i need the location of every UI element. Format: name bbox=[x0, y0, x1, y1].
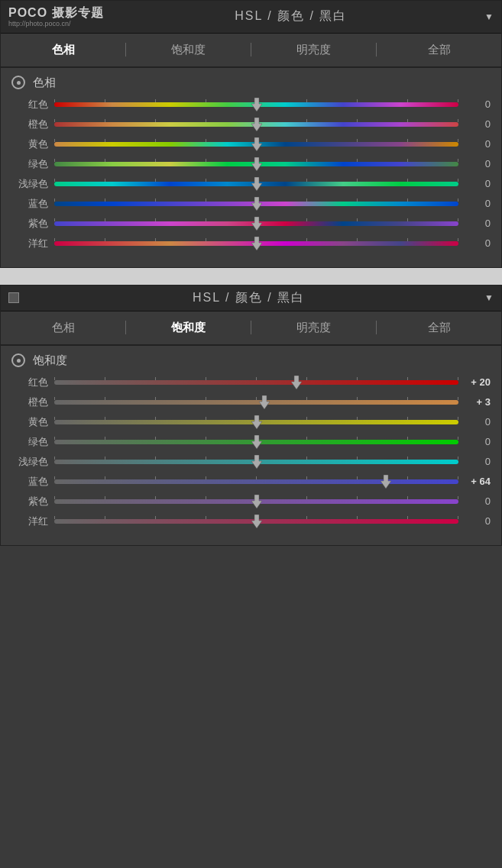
slider2-track-wrap-orange[interactable] bbox=[54, 395, 458, 409]
target2-icon[interactable] bbox=[11, 353, 25, 367]
slider2-thumb-yellow[interactable] bbox=[251, 415, 262, 429]
slider-label-orange: 橙色 bbox=[11, 118, 48, 131]
slider-track-wrap-yellow[interactable] bbox=[54, 137, 458, 151]
panel1-tab-row: 色相 饱和度 明亮度 全部 bbox=[1, 34, 501, 67]
slider-label-blue: 蓝色 bbox=[11, 197, 48, 211]
slider-thumb-aqua[interactable] bbox=[251, 177, 262, 191]
slider2-thumb-magenta[interactable] bbox=[251, 515, 262, 528]
slider-label-aqua: 浅绿色 bbox=[11, 177, 48, 191]
target-icon[interactable] bbox=[11, 76, 25, 89]
slider-label-green: 绿色 bbox=[11, 157, 48, 171]
tick-marks bbox=[54, 397, 458, 400]
slider-row-magenta: 洋红 0 bbox=[11, 237, 491, 250]
panel-hsl-saturation: HSL / 颜色 / 黑白 ▼ 色相 饱和度 明亮度 全部 饱和度 红色 bbox=[0, 285, 502, 546]
slider2-track-wrap-magenta[interactable] bbox=[54, 515, 458, 528]
svg-marker-5 bbox=[251, 197, 262, 211]
slider-track-wrap-blue[interactable] bbox=[54, 197, 458, 211]
title2-color: 颜色 bbox=[235, 291, 263, 304]
svg-marker-6 bbox=[251, 217, 262, 231]
slider2-row-blue: 蓝色 + 64 bbox=[11, 475, 491, 489]
panel1-title: HSL / 颜色 / 黑白 bbox=[104, 8, 479, 24]
section-title-hue: 色相 bbox=[33, 76, 56, 90]
slider2-label-aqua: 浅绿色 bbox=[11, 455, 48, 469]
slider-value-red: 0 bbox=[465, 98, 491, 110]
slider-thumb-purple[interactable] bbox=[251, 217, 262, 231]
slider-thumb-yellow[interactable] bbox=[251, 137, 262, 151]
slider-row-aqua: 浅绿色 0 bbox=[11, 177, 491, 191]
slider-value-magenta: 0 bbox=[465, 237, 491, 249]
slider-row-green: 绿色 0 bbox=[11, 157, 491, 171]
slider2-track-blue bbox=[54, 479, 458, 484]
slider2-track-wrap-purple[interactable] bbox=[54, 495, 458, 508]
slider2-track-wrap-blue[interactable] bbox=[54, 475, 458, 489]
svg-marker-11 bbox=[251, 435, 262, 449]
title-sep2: / bbox=[310, 9, 320, 22]
tab2-saturation[interactable]: 饱和度 bbox=[126, 318, 251, 338]
slider-track-wrap-green[interactable] bbox=[54, 157, 458, 171]
tab2-all[interactable]: 全部 bbox=[377, 318, 501, 338]
slider2-thumb-orange[interactable] bbox=[259, 395, 270, 409]
svg-marker-0 bbox=[251, 98, 262, 111]
slider-thumb-orange[interactable] bbox=[251, 118, 262, 131]
slider-label-red: 红色 bbox=[11, 98, 48, 111]
slider-thumb-blue[interactable] bbox=[251, 197, 262, 211]
slider-row-yellow: 黄色 0 bbox=[11, 137, 491, 151]
slider2-label-red: 红色 bbox=[11, 376, 48, 389]
slider-row-orange: 橙色 0 bbox=[11, 118, 491, 131]
slider-track-wrap-aqua[interactable] bbox=[54, 177, 458, 191]
tab-luminance[interactable]: 明亮度 bbox=[251, 40, 376, 60]
slider-thumb-magenta[interactable] bbox=[251, 237, 262, 250]
slider2-track-wrap-aqua[interactable] bbox=[54, 455, 458, 469]
dropdown-arrow-icon[interactable]: ▼ bbox=[484, 11, 494, 22]
tab-all[interactable]: 全部 bbox=[377, 40, 501, 60]
title-sep1: / bbox=[267, 9, 277, 22]
tab-hue[interactable]: 色相 bbox=[1, 40, 125, 60]
svg-marker-14 bbox=[251, 495, 262, 508]
slider2-value-magenta: 0 bbox=[465, 515, 491, 527]
tab2-hue[interactable]: 色相 bbox=[1, 318, 125, 338]
slider2-thumb-red[interactable] bbox=[291, 376, 302, 389]
slider2-value-yellow: 0 bbox=[465, 416, 491, 428]
tab-saturation[interactable]: 饱和度 bbox=[126, 40, 251, 60]
slider2-track-red bbox=[54, 380, 458, 385]
title-color: 颜色 bbox=[277, 9, 305, 22]
svg-marker-9 bbox=[259, 395, 270, 409]
slider2-label-blue: 蓝色 bbox=[11, 475, 48, 489]
logo-text: POCO 摄影专题 bbox=[8, 5, 104, 20]
slider2-value-green: 0 bbox=[465, 436, 491, 447]
slider-thumb-green[interactable] bbox=[251, 157, 262, 171]
svg-marker-15 bbox=[251, 515, 262, 528]
slider-value-aqua: 0 bbox=[465, 178, 491, 189]
slider2-thumb-green[interactable] bbox=[251, 435, 262, 449]
slider2-row-magenta: 洋红 0 bbox=[11, 515, 491, 528]
slider-row-blue: 蓝色 0 bbox=[11, 197, 491, 211]
slider2-row-yellow: 黄色 0 bbox=[11, 415, 491, 429]
slider2-thumb-aqua[interactable] bbox=[251, 455, 262, 469]
slider-thumb-red[interactable] bbox=[251, 98, 262, 111]
slider-track-wrap-magenta[interactable] bbox=[54, 237, 458, 250]
slider2-track-wrap-red[interactable] bbox=[54, 376, 458, 389]
slider2-track-orange bbox=[54, 400, 458, 405]
slider-value-blue: 0 bbox=[465, 198, 491, 209]
title2-sep1: / bbox=[225, 291, 235, 304]
slider2-thumb-blue[interactable] bbox=[381, 475, 391, 489]
svg-marker-4 bbox=[251, 177, 262, 191]
slider2-track-wrap-yellow[interactable] bbox=[54, 415, 458, 429]
slider2-thumb-purple[interactable] bbox=[251, 495, 262, 508]
svg-marker-10 bbox=[251, 415, 262, 429]
panel1-section-header: 色相 bbox=[1, 68, 501, 95]
slider2-track-wrap-green[interactable] bbox=[54, 435, 458, 449]
slider-track-wrap-red[interactable] bbox=[54, 98, 458, 111]
panel2-sliders: 红色 + 20 橙色 bbox=[1, 373, 501, 545]
dropdown-arrow2-icon[interactable]: ▼ bbox=[484, 292, 494, 303]
svg-marker-13 bbox=[381, 475, 391, 489]
slider2-label-purple: 紫色 bbox=[11, 495, 48, 508]
panel2-section-header: 饱和度 bbox=[1, 346, 501, 373]
tab2-luminance[interactable]: 明亮度 bbox=[251, 318, 376, 338]
slider-track-wrap-purple[interactable] bbox=[54, 217, 458, 231]
panel1-sliders: 红色 0 橙色 bbox=[1, 95, 501, 267]
slider-row-red: 红色 0 bbox=[11, 98, 491, 111]
slider-value-orange: 0 bbox=[465, 118, 491, 130]
slider2-label-magenta: 洋红 bbox=[11, 515, 48, 528]
slider-track-wrap-orange[interactable] bbox=[54, 118, 458, 131]
